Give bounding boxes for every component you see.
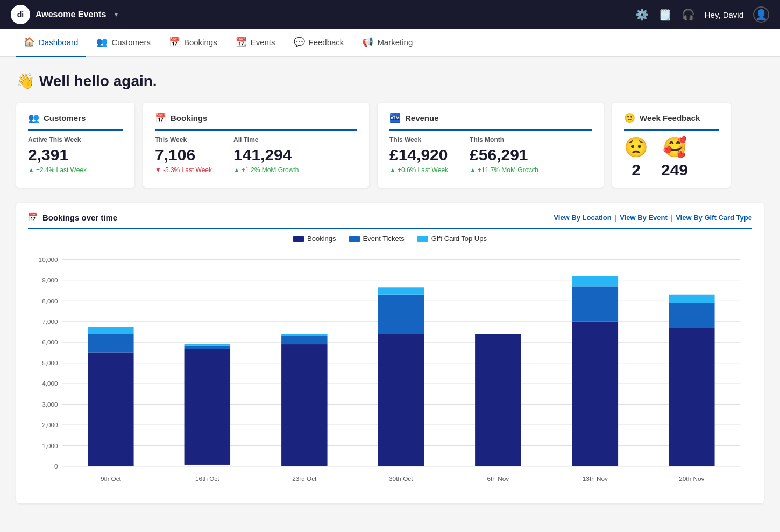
feedback-icon: 💬: [294, 37, 305, 48]
revenue-this-month-block: This Month £56,291 ▲ +11.7% MoM Growth: [470, 136, 538, 174]
bookings-this-week-block: This Week 7,106 ▼ -5.3% Last Week: [155, 136, 212, 174]
bar-3-giftcard: [378, 287, 424, 294]
bar-6-bookings: [669, 328, 714, 466]
revenue-this-week-block: This Week £14,920 ▲ +0.6% Last Week: [389, 136, 448, 174]
dashboard-icon: 🏠: [24, 37, 35, 48]
svg-text:0: 0: [54, 463, 58, 470]
settings-icon[interactable]: ⚙️: [635, 8, 649, 21]
user-greeting: Hey, David: [705, 10, 743, 19]
view-by-event-link[interactable]: View By Event: [620, 214, 668, 222]
app-dropdown-icon[interactable]: ▾: [115, 11, 118, 18]
bookings-all-time-block: All Time 141,294 ▲ +1.2% MoM Growth: [233, 136, 299, 174]
customers-active-block: Active This Week 2,391 ▲ +2.4% Last Week: [28, 136, 87, 174]
customers-change: ▲ +2.4% Last Week: [28, 166, 87, 174]
events-icon: 📆: [236, 37, 247, 48]
top-bar: di Awesome Events ▾ ⚙️ 🗒️ 🎧 Hey, David 👤: [0, 0, 780, 29]
nav-item-marketing[interactable]: 📢 Marketing: [354, 29, 420, 57]
bar-2-giftcard: [281, 334, 327, 336]
customers-card-icon: 👥: [28, 112, 39, 124]
legend-event-tickets: Event Tickets: [349, 235, 405, 243]
chart-links: View By Location | View By Event | View …: [554, 214, 752, 222]
feedback-positive-emoji: 🥰: [663, 136, 687, 159]
bar-6-tickets: [669, 303, 714, 328]
top-bar-left: di Awesome Events ▾: [11, 5, 118, 24]
legend-gift-card: Gift Card Top Ups: [417, 235, 487, 243]
nav-item-dashboard[interactable]: 🏠 Dashboard: [16, 29, 86, 57]
bar-1-giftcard: [185, 344, 230, 346]
main-content: 👋 Well hello again. 👥 Customers Active T…: [0, 57, 780, 519]
bar-3-tickets: [378, 295, 424, 334]
legend-bookings-dot: [293, 236, 304, 242]
customers-card-header: 👥 Customers: [28, 112, 123, 131]
feedback-negative-count: 2: [632, 161, 641, 179]
bookings-chart-card: 📅 Bookings over time View By Location | …: [16, 203, 764, 503]
bookings-alltime-change: ▲ +1.2% MoM Growth: [233, 166, 299, 174]
chart-header: 📅 Bookings over time View By Location | …: [28, 212, 752, 229]
bar-0-giftcard: [88, 327, 133, 334]
svg-text:16th Oct: 16th Oct: [195, 475, 219, 482]
bar-4-bookings: [475, 334, 521, 466]
nav-item-feedback[interactable]: 💬 Feedback: [286, 29, 352, 57]
revenue-card-body: This Week £14,920 ▲ +0.6% Last Week This…: [389, 136, 592, 174]
bar-1-tickets: [185, 346, 230, 349]
svg-text:3,000: 3,000: [42, 401, 58, 408]
view-by-location-link[interactable]: View By Location: [554, 214, 611, 222]
svg-text:9,000: 9,000: [42, 276, 58, 283]
legend-event-tickets-dot: [349, 236, 360, 242]
svg-text:7,000: 7,000: [42, 318, 58, 325]
svg-text:1,000: 1,000: [42, 442, 58, 449]
user-avatar[interactable]: 👤: [753, 6, 769, 23]
bar-5-tickets: [572, 286, 618, 321]
feedback-negative-emoji: 😟: [624, 136, 648, 159]
bookings-card-icon: 📅: [155, 112, 166, 124]
svg-text:9th Oct: 9th Oct: [101, 475, 122, 482]
feedback-card-body: 😟 2 🥰 249: [624, 136, 719, 179]
feedback-card: 🙂 Week Feedback 😟 2 🥰 249: [612, 103, 731, 188]
nav-item-bookings[interactable]: 📅 Bookings: [161, 29, 225, 57]
bookings-icon: 📅: [169, 37, 180, 48]
revenue-card-header: 🏧 Revenue: [389, 112, 592, 131]
bar-2-bookings: [281, 344, 327, 466]
chart-title: 📅 Bookings over time: [28, 212, 117, 222]
app-name: Awesome Events: [36, 10, 106, 19]
feedback-card-header: 🙂 Week Feedback: [624, 112, 719, 131]
nav-item-events[interactable]: 📆 Events: [228, 29, 283, 57]
svg-text:2,000: 2,000: [42, 421, 58, 428]
svg-text:8,000: 8,000: [42, 297, 58, 304]
page-title: 👋 Well hello again.: [16, 72, 764, 90]
svg-text:10,000: 10,000: [39, 256, 58, 263]
top-bar-right: ⚙️ 🗒️ 🎧 Hey, David 👤: [635, 6, 769, 23]
customers-card-body: Active This Week 2,391 ▲ +2.4% Last Week: [28, 136, 123, 174]
chart-svg: 0 1,000 2,000 3,000 4,000 5,000 6,000 7,…: [28, 248, 752, 490]
bar-1-bookings: [185, 349, 230, 465]
logo: di: [11, 5, 30, 24]
chart-area: 0 1,000 2,000 3,000 4,000 5,000 6,000 7,…: [28, 248, 752, 492]
bar-5-giftcard: [572, 276, 618, 286]
bookings-week-change: ▼ -5.3% Last Week: [155, 166, 212, 174]
customers-icon: 👥: [96, 37, 108, 48]
legend-gift-card-dot: [417, 236, 428, 242]
revenue-card: 🏧 Revenue This Week £14,920 ▲ +0.6% Last…: [378, 103, 604, 188]
bar-6-giftcard: [669, 295, 714, 303]
customers-card: 👥 Customers Active This Week 2,391 ▲ +2.…: [16, 103, 134, 188]
feedback-negative: 😟 2: [624, 136, 648, 179]
secondary-nav: 🏠 Dashboard 👥 Customers 📅 Bookings 📆 Eve…: [0, 29, 780, 57]
headset-icon[interactable]: 🎧: [682, 8, 695, 21]
revenue-week-change: ▲ +0.6% Last Week: [389, 166, 448, 174]
bookings-card-header: 📅 Bookings: [155, 112, 357, 131]
chart-title-icon: 📅: [28, 212, 38, 222]
bookings-card-body: This Week 7,106 ▼ -5.3% Last Week All Ti…: [155, 136, 357, 174]
revenue-card-icon: 🏧: [389, 112, 401, 124]
svg-text:4,000: 4,000: [42, 380, 58, 387]
svg-text:5,000: 5,000: [42, 359, 58, 366]
svg-text:6,000: 6,000: [42, 338, 58, 345]
bar-0-tickets: [88, 334, 133, 353]
view-by-gift-card-link[interactable]: View By Gift Card Type: [676, 214, 752, 222]
revenue-month-change: ▲ +11.7% MoM Growth: [470, 166, 538, 174]
document-icon[interactable]: 🗒️: [658, 8, 672, 21]
svg-text:30th Oct: 30th Oct: [389, 475, 413, 482]
bar-0-bookings: [88, 352, 133, 466]
nav-item-customers[interactable]: 👥 Customers: [89, 29, 158, 57]
feedback-positive: 🥰 249: [661, 136, 688, 179]
bar-3-bookings: [378, 334, 424, 466]
